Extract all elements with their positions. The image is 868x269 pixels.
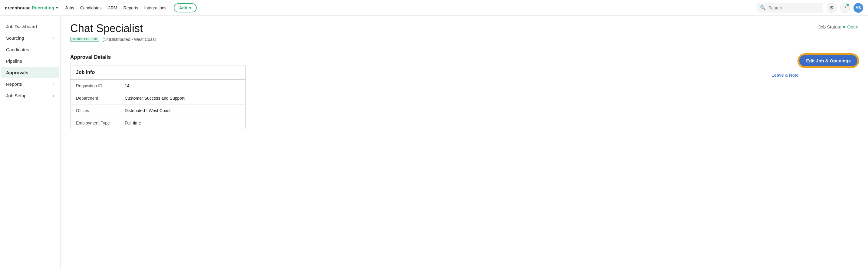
top-navigation: greenhouse Recruiting ▾ Jobs Candidates … — [0, 0, 868, 16]
job-info-label: Offices — [70, 104, 119, 117]
sidebar-item-label: Reports — [6, 82, 22, 87]
table-row: Requisition ID 14 — [70, 80, 245, 92]
job-title: Chat Specialist — [70, 22, 156, 35]
edit-button-area: Edit Job & Openings — [798, 54, 858, 67]
job-info-card: Job Info Requisition ID 14 Department Cu… — [70, 65, 246, 129]
job-info-value: 14 — [119, 80, 245, 92]
gear-icon: ⚙ — [830, 5, 834, 10]
job-subtitle: (14)Distributed - West Coast — [102, 37, 156, 42]
sidebar-item-label: Job Dashboard — [6, 24, 37, 29]
sidebar-item-reports[interactable]: Reports › — [1, 79, 59, 90]
settings-button[interactable]: ⚙ — [827, 3, 837, 13]
chevron-right-icon: › — [53, 94, 54, 98]
job-status: Job Status: Open — [818, 24, 858, 29]
edit-job-openings-button[interactable]: Edit Job & Openings — [798, 54, 858, 67]
table-row: Department Customer Success and Support — [70, 92, 245, 104]
page-layout: Job Dashboard Sourcing › Candidates Pipe… — [0, 16, 868, 269]
template-badge: TEMPLATE JOB — [70, 37, 99, 42]
nav-candidates[interactable]: Candidates — [80, 5, 102, 10]
job-info-label: Requisition ID — [70, 80, 119, 92]
job-info-header: Job Info — [70, 65, 245, 80]
search-bar[interactable]: 🔍 — [756, 3, 823, 12]
status-dot-icon — [843, 26, 845, 28]
job-info-label: Employment Type — [70, 117, 119, 129]
logo-recruiting-text: Recruiting — [32, 5, 54, 10]
table-row: Offices Distributed - West Coast — [70, 104, 245, 117]
chevron-right-icon: › — [53, 82, 54, 86]
job-status-label: Job Status: — [818, 24, 841, 29]
sidebar-item-sourcing[interactable]: Sourcing › — [1, 32, 59, 43]
content-left: Approval Details Job Info Requisition ID… — [70, 54, 760, 129]
sidebar-item-label: Job Setup — [6, 93, 27, 98]
leave-note-link[interactable]: Leave a Note — [771, 72, 798, 78]
sidebar-item-candidates[interactable]: Candidates — [1, 44, 59, 55]
notification-dot — [846, 4, 849, 6]
search-input[interactable] — [768, 5, 820, 10]
job-info-label: Department — [70, 92, 119, 104]
sidebar-item-approvals[interactable]: Approvals — [1, 67, 59, 78]
nav-links: Jobs Candidates CRM Reports Integrations — [65, 5, 166, 10]
sidebar: Job Dashboard Sourcing › Candidates Pipe… — [0, 16, 61, 269]
job-info-value: Distributed - West Coast — [119, 104, 245, 117]
sidebar-item-label: Sourcing — [6, 35, 24, 40]
add-button[interactable]: Add ▾ — [174, 3, 197, 12]
nav-jobs[interactable]: Jobs — [65, 5, 74, 10]
nav-right: 🔍 ⚙ ? MS — [756, 3, 863, 13]
chevron-right-icon: › — [53, 36, 54, 40]
job-header: Chat Specialist TEMPLATE JOB (14)Distrib… — [61, 16, 868, 47]
content-area: Approval Details Job Info Requisition ID… — [61, 47, 868, 137]
sidebar-item-label: Candidates — [6, 47, 29, 52]
logo[interactable]: greenhouse Recruiting ▾ — [5, 5, 58, 10]
sidebar-item-job-setup[interactable]: Job Setup › — [1, 90, 59, 101]
logo-greenhouse-text: greenhouse — [5, 5, 31, 10]
main-content: Chat Specialist TEMPLATE JOB (14)Distrib… — [61, 16, 868, 269]
nav-crm[interactable]: CRM — [108, 5, 117, 10]
job-status-value: Open — [847, 24, 858, 29]
nav-reports[interactable]: Reports — [123, 5, 138, 10]
search-icon: 🔍 — [760, 5, 766, 10]
sidebar-item-label: Pipeline — [6, 58, 22, 64]
help-icon: ? — [844, 5, 846, 10]
logo-chevron-icon: ▾ — [56, 6, 58, 10]
avatar[interactable]: MS — [854, 3, 863, 13]
sidebar-item-label: Approvals — [6, 70, 28, 75]
job-info-value: Full-time — [119, 117, 245, 129]
job-info-value: Customer Success and Support — [119, 92, 245, 104]
job-meta: TEMPLATE JOB (14)Distributed - West Coas… — [70, 37, 156, 42]
leave-note-area: Leave a Note — [760, 54, 798, 78]
help-button[interactable]: ? — [840, 3, 850, 13]
nav-integrations[interactable]: Integrations — [144, 5, 166, 10]
table-row: Employment Type Full-time — [70, 117, 245, 129]
section-title: Approval Details — [70, 54, 760, 60]
sidebar-item-job-dashboard[interactable]: Job Dashboard — [1, 21, 59, 32]
job-title-area: Chat Specialist TEMPLATE JOB (14)Distrib… — [70, 22, 156, 42]
sidebar-item-pipeline[interactable]: Pipeline — [1, 55, 59, 67]
